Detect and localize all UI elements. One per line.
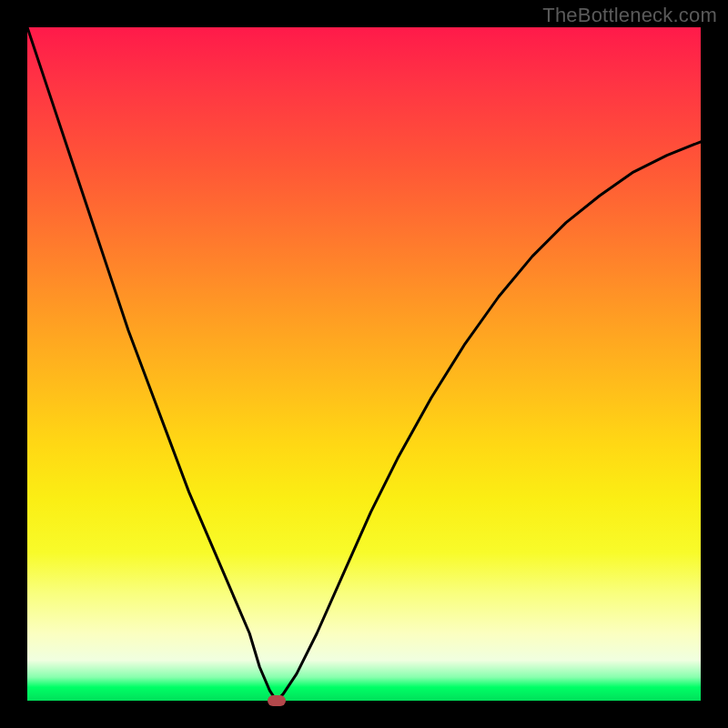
- chart-container: TheBottleneck.com: [0, 0, 728, 728]
- plot-area: [27, 27, 701, 701]
- watermark-text: TheBottleneck.com: [542, 4, 717, 27]
- bottleneck-curve: [27, 27, 701, 701]
- optimal-point-marker: [268, 695, 286, 706]
- curve-svg: [27, 27, 701, 701]
